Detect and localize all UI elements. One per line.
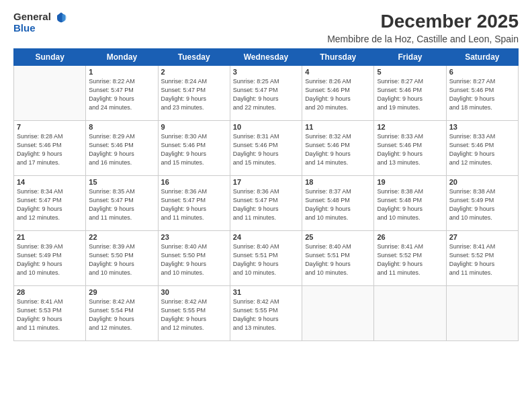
calendar-cell: 8Sunrise: 8:29 AM Sunset: 5:46 PM Daylig…	[86, 121, 158, 176]
day-number: 7	[17, 123, 83, 131]
calendar-cell: 27Sunrise: 8:41 AM Sunset: 5:52 PM Dayli…	[446, 231, 518, 286]
logo-icon	[55, 11, 67, 24]
calendar-cell	[374, 286, 446, 341]
day-number: 24	[233, 233, 299, 241]
header: General Blue December 2025 Membibre de l…	[13, 11, 519, 44]
calendar-cell: 9Sunrise: 8:30 AM Sunset: 5:46 PM Daylig…	[158, 121, 230, 176]
day-info: Sunrise: 8:27 AM Sunset: 5:46 PM Dayligh…	[449, 77, 515, 112]
day-info: Sunrise: 8:37 AM Sunset: 5:48 PM Dayligh…	[305, 187, 371, 222]
calendar-cell: 22Sunrise: 8:39 AM Sunset: 5:50 PM Dayli…	[86, 231, 158, 286]
day-info: Sunrise: 8:29 AM Sunset: 5:46 PM Dayligh…	[89, 132, 154, 167]
calendar-body: 1Sunrise: 8:22 AM Sunset: 5:47 PM Daylig…	[14, 66, 519, 341]
calendar-cell: 29Sunrise: 8:42 AM Sunset: 5:54 PM Dayli…	[86, 286, 158, 341]
calendar-cell: 11Sunrise: 8:32 AM Sunset: 5:46 PM Dayli…	[302, 121, 374, 176]
day-number: 20	[449, 178, 515, 186]
day-number: 25	[305, 233, 371, 241]
day-number: 21	[17, 233, 83, 241]
day-info: Sunrise: 8:36 AM Sunset: 5:47 PM Dayligh…	[161, 187, 227, 222]
day-info: Sunrise: 8:41 AM Sunset: 5:52 PM Dayligh…	[449, 242, 515, 277]
day-info: Sunrise: 8:27 AM Sunset: 5:46 PM Dayligh…	[377, 77, 443, 112]
calendar-cell: 23Sunrise: 8:40 AM Sunset: 5:50 PM Dayli…	[158, 231, 230, 286]
header-saturday: Saturday	[446, 49, 518, 66]
day-info: Sunrise: 8:42 AM Sunset: 5:55 PM Dayligh…	[161, 298, 227, 332]
calendar-cell	[302, 286, 374, 341]
calendar-cell: 19Sunrise: 8:38 AM Sunset: 5:48 PM Dayli…	[374, 176, 446, 231]
day-info: Sunrise: 8:31 AM Sunset: 5:46 PM Dayligh…	[233, 132, 299, 167]
calendar-week-row-3: 14Sunrise: 8:34 AM Sunset: 5:47 PM Dayli…	[14, 176, 519, 231]
calendar-cell: 20Sunrise: 8:38 AM Sunset: 5:49 PM Dayli…	[446, 176, 518, 231]
day-info: Sunrise: 8:35 AM Sunset: 5:47 PM Dayligh…	[89, 187, 154, 222]
day-number: 14	[17, 178, 83, 186]
calendar-cell: 7Sunrise: 8:28 AM Sunset: 5:46 PM Daylig…	[14, 121, 86, 176]
header-monday: Monday	[86, 49, 158, 66]
logo: General Blue	[13, 11, 67, 34]
calendar-cell: 16Sunrise: 8:36 AM Sunset: 5:47 PM Dayli…	[158, 176, 230, 231]
calendar-cell: 31Sunrise: 8:42 AM Sunset: 5:55 PM Dayli…	[230, 286, 302, 341]
day-number: 10	[233, 123, 299, 131]
day-info: Sunrise: 8:28 AM Sunset: 5:46 PM Dayligh…	[17, 132, 83, 167]
calendar-cell: 4Sunrise: 8:26 AM Sunset: 5:46 PM Daylig…	[302, 66, 374, 121]
title-block: December 2025 Membibre de la Hoz, Castil…	[327, 11, 519, 44]
day-info: Sunrise: 8:32 AM Sunset: 5:46 PM Dayligh…	[305, 132, 371, 167]
day-info: Sunrise: 8:34 AM Sunset: 5:47 PM Dayligh…	[17, 187, 83, 222]
day-info: Sunrise: 8:42 AM Sunset: 5:54 PM Dayligh…	[89, 298, 154, 332]
day-info: Sunrise: 8:38 AM Sunset: 5:49 PM Dayligh…	[449, 187, 515, 222]
day-number: 28	[17, 288, 83, 296]
weekday-header-row: Sunday Monday Tuesday Wednesday Thursday…	[14, 49, 519, 66]
day-info: Sunrise: 8:39 AM Sunset: 5:50 PM Dayligh…	[89, 242, 154, 277]
header-friday: Friday	[374, 49, 446, 66]
day-info: Sunrise: 8:38 AM Sunset: 5:48 PM Dayligh…	[377, 187, 443, 222]
day-number: 31	[233, 288, 299, 296]
month-title: December 2025	[327, 11, 519, 32]
calendar-week-row-2: 7Sunrise: 8:28 AM Sunset: 5:46 PM Daylig…	[14, 121, 519, 176]
calendar-cell: 6Sunrise: 8:27 AM Sunset: 5:46 PM Daylig…	[446, 66, 518, 121]
day-info: Sunrise: 8:25 AM Sunset: 5:47 PM Dayligh…	[233, 77, 299, 112]
calendar-cell: 30Sunrise: 8:42 AM Sunset: 5:55 PM Dayli…	[158, 286, 230, 341]
day-number: 17	[233, 178, 299, 186]
day-info: Sunrise: 8:24 AM Sunset: 5:47 PM Dayligh…	[161, 77, 227, 112]
day-number: 19	[377, 178, 443, 186]
page: General Blue December 2025 Membibre de l…	[0, 0, 532, 411]
day-number: 30	[161, 288, 227, 296]
calendar-cell: 5Sunrise: 8:27 AM Sunset: 5:46 PM Daylig…	[374, 66, 446, 121]
calendar-cell: 10Sunrise: 8:31 AM Sunset: 5:46 PM Dayli…	[230, 121, 302, 176]
calendar-cell: 15Sunrise: 8:35 AM Sunset: 5:47 PM Dayli…	[86, 176, 158, 231]
day-number: 12	[377, 123, 443, 131]
calendar-cell: 2Sunrise: 8:24 AM Sunset: 5:47 PM Daylig…	[158, 66, 230, 121]
calendar-cell: 13Sunrise: 8:33 AM Sunset: 5:46 PM Dayli…	[446, 121, 518, 176]
calendar-cell: 25Sunrise: 8:40 AM Sunset: 5:51 PM Dayli…	[302, 231, 374, 286]
day-info: Sunrise: 8:33 AM Sunset: 5:46 PM Dayligh…	[377, 132, 443, 167]
day-number: 15	[89, 178, 154, 186]
day-info: Sunrise: 8:40 AM Sunset: 5:51 PM Dayligh…	[305, 242, 371, 277]
subtitle: Membibre de la Hoz, Castille and Leon, S…	[327, 34, 519, 44]
day-info: Sunrise: 8:40 AM Sunset: 5:51 PM Dayligh…	[233, 242, 299, 277]
day-info: Sunrise: 8:33 AM Sunset: 5:46 PM Dayligh…	[449, 132, 515, 167]
day-info: Sunrise: 8:26 AM Sunset: 5:46 PM Dayligh…	[305, 77, 371, 112]
header-thursday: Thursday	[302, 49, 374, 66]
calendar-week-row-4: 21Sunrise: 8:39 AM Sunset: 5:49 PM Dayli…	[14, 231, 519, 286]
calendar-cell: 24Sunrise: 8:40 AM Sunset: 5:51 PM Dayli…	[230, 231, 302, 286]
calendar-cell: 21Sunrise: 8:39 AM Sunset: 5:49 PM Dayli…	[14, 231, 86, 286]
calendar-cell: 3Sunrise: 8:25 AM Sunset: 5:47 PM Daylig…	[230, 66, 302, 121]
day-number: 5	[377, 68, 443, 76]
calendar-week-row-5: 28Sunrise: 8:41 AM Sunset: 5:53 PM Dayli…	[14, 286, 519, 341]
day-number: 8	[89, 123, 154, 131]
day-info: Sunrise: 8:22 AM Sunset: 5:47 PM Dayligh…	[89, 77, 154, 112]
day-info: Sunrise: 8:41 AM Sunset: 5:52 PM Dayligh…	[377, 242, 443, 277]
day-number: 4	[305, 68, 371, 76]
day-number: 16	[161, 178, 227, 186]
day-number: 11	[305, 123, 371, 131]
header-sunday: Sunday	[14, 49, 86, 66]
day-number: 6	[449, 68, 515, 76]
day-number: 29	[89, 288, 154, 296]
day-info: Sunrise: 8:30 AM Sunset: 5:46 PM Dayligh…	[161, 132, 227, 167]
day-info: Sunrise: 8:42 AM Sunset: 5:55 PM Dayligh…	[233, 298, 299, 332]
day-number: 2	[161, 68, 227, 76]
day-number: 22	[89, 233, 154, 241]
calendar-cell: 26Sunrise: 8:41 AM Sunset: 5:52 PM Dayli…	[374, 231, 446, 286]
calendar-cell: 28Sunrise: 8:41 AM Sunset: 5:53 PM Dayli…	[14, 286, 86, 341]
calendar-cell: 14Sunrise: 8:34 AM Sunset: 5:47 PM Dayli…	[14, 176, 86, 231]
calendar-cell: 1Sunrise: 8:22 AM Sunset: 5:47 PM Daylig…	[86, 66, 158, 121]
calendar-cell	[14, 66, 86, 121]
header-wednesday: Wednesday	[230, 49, 302, 66]
